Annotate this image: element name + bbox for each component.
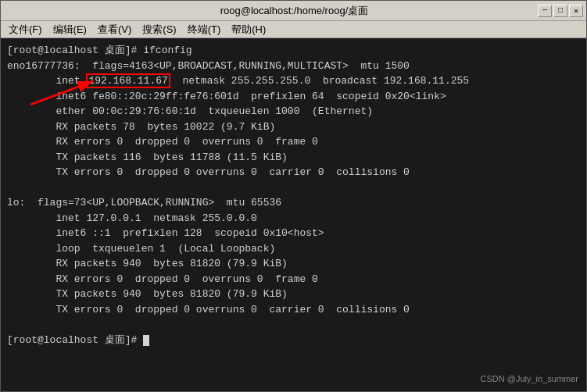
terminal-line-16: RX errors 0 dropped 0 overruns 0 frame 0 xyxy=(7,272,580,287)
terminal-line-9: TX errors 0 dropped 0 overruns 0 carrier… xyxy=(7,165,580,180)
titlebar: roog@localhost:/home/roog/桌面 ─ □ ✕ xyxy=(1,1,586,21)
ip-address-highlight: 192.168.11.67 xyxy=(86,73,170,88)
terminal-line-8: TX packets 116 bytes 11788 (11.5 KiB) xyxy=(7,150,580,166)
terminal-prompt-final: [root@localhost 桌面]# xyxy=(7,333,580,348)
terminal-line-4: inet6 fe80::20c:29ff:fe76:601d prefixlen… xyxy=(7,89,580,105)
terminal-body[interactable]: [root@localhost 桌面]# ifconfig eno1677773… xyxy=(1,38,586,391)
close-button[interactable]: ✕ xyxy=(569,5,583,17)
terminal-line-12: inet 127.0.0.1 netmask 255.0.0.0 xyxy=(7,211,580,226)
terminal-line-14: loop txqueuelen 1 (Local Loopback) xyxy=(7,241,580,257)
menu-help[interactable]: 帮助(H) xyxy=(227,21,270,38)
menu-view[interactable]: 查看(V) xyxy=(93,21,136,38)
window-title: roog@localhost:/home/roog/桌面 xyxy=(51,4,538,18)
terminal-line-19 xyxy=(7,317,580,333)
terminal-line-3: inet 192.168.11.67 netmask 255.255.255.0… xyxy=(7,73,580,89)
terminal-line-7: RX errors 0 dropped 0 overruns 0 frame 0 xyxy=(7,134,580,150)
menu-terminal[interactable]: 终端(T) xyxy=(183,21,226,38)
terminal-window: roog@localhost:/home/roog/桌面 ─ □ ✕ 文件(F)… xyxy=(0,0,587,392)
terminal-line-2: eno16777736: flags=4163<UP,BROADCAST,RUN… xyxy=(7,59,580,74)
terminal-line-17: TX packets 940 bytes 81820 (79.9 KiB) xyxy=(7,287,580,302)
minimize-button[interactable]: ─ xyxy=(538,5,552,17)
terminal-line-11: lo: flags=73<UP,LOOPBACK,RUNNING> mtu 65… xyxy=(7,195,580,211)
menu-search[interactable]: 搜索(S) xyxy=(138,21,181,38)
terminal-line-5: ether 00:0c:29:76:60:1d txqueuelen 1000 … xyxy=(7,104,580,119)
cursor xyxy=(143,335,149,346)
terminal-line-1: [root@localhost 桌面]# ifconfig xyxy=(7,43,580,59)
menu-file[interactable]: 文件(F) xyxy=(4,21,47,38)
terminal-line-6: RX packets 78 bytes 10022 (9.7 KiB) xyxy=(7,119,580,135)
watermark: CSDN @July_in_summer xyxy=(481,372,578,386)
menu-edit[interactable]: 编辑(E) xyxy=(48,21,91,38)
terminal-line-13: inet6 ::1 prefixlen 128 scopeid 0x10<hos… xyxy=(7,226,580,241)
terminal-line-18: TX errors 0 dropped 0 overruns 0 carrier… xyxy=(7,302,580,318)
maximize-button[interactable]: □ xyxy=(553,5,567,17)
menubar: 文件(F) 编辑(E) 查看(V) 搜索(S) 终端(T) 帮助(H) xyxy=(1,21,586,38)
terminal-line-15: RX packets 940 bytes 81820 (79.9 KiB) xyxy=(7,256,580,272)
terminal-line-10 xyxy=(7,180,580,196)
window-controls: ─ □ ✕ xyxy=(538,5,583,17)
